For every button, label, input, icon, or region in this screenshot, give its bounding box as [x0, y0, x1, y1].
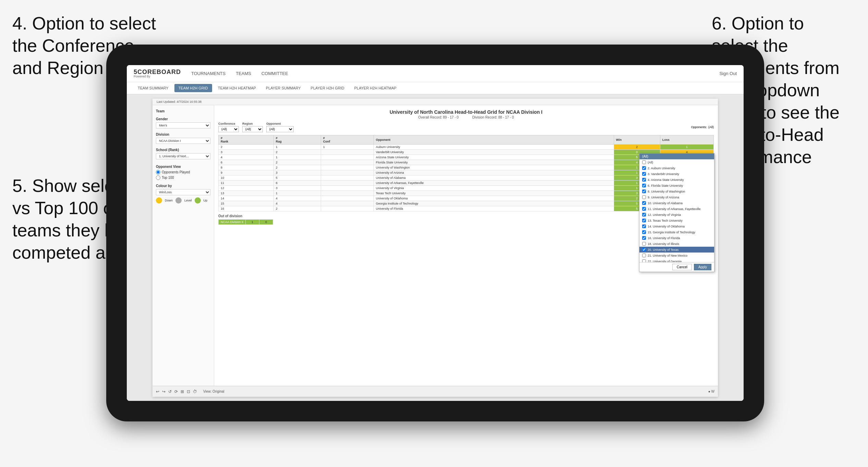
- dropdown-item[interactable]: 3. Vanderbilt University: [639, 171, 714, 177]
- colour-select[interactable]: Win/Loss: [156, 189, 210, 195]
- opponent-dropdown[interactable]: (All) (All) 2. Auburn University 3. Vand…: [639, 153, 714, 272]
- colour-label: Colour by: [156, 184, 210, 188]
- col-win: Win: [614, 135, 660, 145]
- cell-rank: 6: [219, 160, 274, 165]
- cell-opponent: Auburn University: [374, 145, 614, 150]
- app-logo: 5COREBOARD Powered By: [134, 69, 181, 78]
- ncaa-win: 1: [246, 220, 259, 225]
- opponents-played-option[interactable]: Opponents Played: [156, 170, 210, 174]
- col-opponent: Opponent: [374, 135, 614, 145]
- dot-up: [195, 197, 201, 204]
- sub-nav-player-summary[interactable]: PLAYER SUMMARY: [262, 84, 305, 92]
- sub-nav-player-h2h-grid[interactable]: PLAYER H2H GRID: [307, 84, 349, 92]
- dropdown-item[interactable]: 9. University of Arizona: [639, 194, 714, 200]
- apply-button[interactable]: Apply: [694, 264, 711, 270]
- nav-committee[interactable]: COMMITTEE: [261, 70, 288, 77]
- school-label: School (Rank): [156, 148, 210, 152]
- cell-rag: 2: [273, 150, 321, 155]
- opponent-filter-group: Opponent (All): [266, 122, 294, 132]
- gender-select[interactable]: Men's: [156, 122, 210, 128]
- sign-out-link[interactable]: Sign Out: [719, 71, 737, 76]
- division-select[interactable]: NCAA Division I: [156, 138, 210, 144]
- conference-select[interactable]: (All): [218, 126, 239, 132]
- cell-opponent: University of Arkansas, Fayetteville: [374, 181, 614, 186]
- ncaa-loss: 0: [259, 220, 273, 225]
- opponents-label: Opponents:: [691, 125, 707, 129]
- col-loss: Loss: [660, 135, 713, 145]
- dropdown-item[interactable]: 8. University of Washington: [639, 188, 714, 194]
- cell-rag: 3: [273, 170, 321, 175]
- reset-icon[interactable]: ↺: [168, 389, 172, 394]
- filter-row: Conference (All) Region (All): [218, 122, 714, 132]
- cell-rank: 11: [219, 181, 274, 186]
- cell-rag: 1: [273, 155, 321, 160]
- main-content: Last Updated: 4/7/2024 16:55:38 Team Gen…: [127, 95, 744, 401]
- bottom-toolbar: ↩ ↪ ↺ ⟳ ⊞ ⊡ ⏱ View: Original ● W: [152, 386, 718, 397]
- cell-conf: [321, 186, 374, 191]
- clock-icon[interactable]: ⏱: [193, 389, 197, 394]
- refresh-icon[interactable]: ⟳: [174, 389, 178, 394]
- dropdown-item[interactable]: 16. University of Florida: [639, 235, 714, 241]
- dropdown-item[interactable]: 20. University of Texas: [639, 247, 714, 253]
- dot-level: [175, 197, 182, 204]
- cell-loss: 1: [660, 145, 713, 150]
- opponent-select[interactable]: (All): [266, 126, 294, 132]
- cell-rank: 8: [219, 165, 274, 170]
- cell-conf: [321, 170, 374, 175]
- dropdown-item[interactable]: 12. University of Virginia: [639, 212, 714, 218]
- dropdown-item[interactable]: (All): [639, 159, 714, 165]
- dropdown-item[interactable]: 21. University of New Mexico: [639, 253, 714, 258]
- cell-conf: [321, 196, 374, 201]
- overall-record: Overall Record: 89 - 17 - 0: [418, 115, 459, 119]
- cell-opponent: Vanderbilt University: [374, 150, 614, 155]
- tablet-screen: 5COREBOARD Powered By TOURNAMENTS TEAMS …: [127, 65, 744, 401]
- sub-nav-team-summary[interactable]: TEAM SUMMARY: [134, 84, 173, 92]
- dropdown-list[interactable]: (All) 2. Auburn University 3. Vanderbilt…: [639, 159, 714, 262]
- undo-icon[interactable]: ↩: [156, 389, 159, 394]
- cell-rank: 3: [219, 150, 274, 155]
- last-updated: Last Updated: 4/7/2024 16:55:38: [157, 100, 201, 103]
- cell-conf: [321, 150, 374, 155]
- nav-teams[interactable]: TEAMS: [236, 70, 251, 77]
- region-filter-group: Region (All): [242, 122, 263, 132]
- dropdown-item[interactable]: 14. University of Oklahoma: [639, 223, 714, 229]
- dropdown-item[interactable]: 6. Florida State University: [639, 183, 714, 188]
- copy-icon[interactable]: ⊞: [181, 389, 184, 394]
- sub-nav-team-h2h-grid[interactable]: TEAM H2H GRID: [174, 84, 212, 92]
- dropdown-item[interactable]: 13. Texas Tech University: [639, 218, 714, 223]
- school-select[interactable]: 1. University of Nort...: [156, 153, 210, 159]
- cell-conf: [321, 175, 374, 181]
- col-rag: #Rag: [273, 135, 321, 145]
- top-100-label: Top 100: [162, 176, 174, 180]
- cell-rag: 4: [273, 201, 321, 206]
- region-select[interactable]: (All): [242, 126, 263, 132]
- redo-icon[interactable]: ↪: [162, 389, 166, 394]
- cell-opponent: University of Arizona: [374, 170, 614, 175]
- nav-tournaments[interactable]: TOURNAMENTS: [191, 70, 225, 77]
- conference-filter-group: Conference (All): [218, 122, 239, 132]
- main-nav: TOURNAMENTS TEAMS COMMITTEE: [191, 70, 709, 77]
- dropdown-item[interactable]: 2. Auburn University: [639, 165, 714, 171]
- opponent-filter-label: Opponent: [266, 122, 294, 125]
- report-title: University of North Carolina Head-to-Hea…: [218, 109, 714, 115]
- top-100-option[interactable]: Top 100: [156, 175, 210, 180]
- dropdown-item[interactable]: 4. Arizona State University: [639, 177, 714, 183]
- cancel-button[interactable]: Cancel: [672, 264, 692, 270]
- cell-rag: 2: [273, 206, 321, 211]
- dropdown-item[interactable]: 10. University of Alabama: [639, 200, 714, 206]
- dropdown-item[interactable]: 22. University of Georgia: [639, 258, 714, 262]
- cell-rank: 15: [219, 201, 274, 206]
- crop-icon[interactable]: ⊡: [187, 389, 190, 394]
- dropdown-item[interactable]: 11. University of Arkansas, Fayetteville: [639, 206, 714, 212]
- team-label: Team: [156, 109, 210, 113]
- cell-rag: 6: [273, 181, 321, 186]
- col-rank: #Rank: [219, 135, 274, 145]
- sub-nav-player-h2h-heatmap[interactable]: PLAYER H2H HEATMAP: [350, 84, 401, 92]
- cell-rank: 2: [219, 145, 274, 150]
- cell-rank: 4: [219, 155, 274, 160]
- dropdown-item[interactable]: 18. University of Illinois: [639, 241, 714, 247]
- gender-label: Gender: [156, 117, 210, 121]
- sub-nav-team-h2h-heatmap[interactable]: TEAM H2H HEATMAP: [214, 84, 260, 92]
- cell-opponent: Florida State University: [374, 160, 614, 165]
- dropdown-item[interactable]: 15. Georgia Institute of Technology: [639, 229, 714, 235]
